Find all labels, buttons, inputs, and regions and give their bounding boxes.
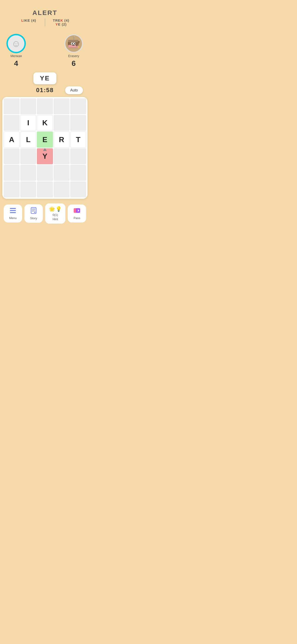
current-word-area: YE: [34, 72, 56, 84]
players-row: ☺ Мелкая 4: [0, 32, 90, 70]
right-score-trek: TREK (4): [53, 18, 69, 22]
cell-3-0: [4, 148, 20, 164]
cell-5-4: [70, 182, 86, 198]
story-icon: [30, 207, 37, 216]
cell-3-1: [20, 148, 36, 164]
right-player-score: 6: [72, 59, 76, 68]
cell-3-3: [54, 148, 70, 164]
left-scores: LIKE (4): [13, 18, 45, 26]
story-label: Story: [30, 216, 37, 220]
cell-0-0: [4, 98, 20, 114]
left-avatar: ☺: [7, 34, 25, 53]
pass-icon: [73, 207, 80, 215]
right-player: Erasery 6: [64, 34, 83, 68]
menu-button[interactable]: Menu: [4, 204, 22, 222]
left-player-name: Мелкая: [10, 54, 22, 58]
cell-2-1: L: [20, 132, 36, 148]
svg-point-6: [74, 43, 75, 44]
cell-0-3: [54, 98, 70, 114]
cell-0-1: [20, 98, 36, 114]
cell-0-2: [37, 98, 53, 114]
svg-rect-11: [10, 210, 16, 211]
svg-rect-10: [10, 208, 16, 209]
cell-4-0: [4, 165, 20, 181]
right-score-ye: YE (2): [56, 22, 67, 26]
cell-4-4: [70, 165, 86, 181]
cell-5-3: [54, 182, 70, 198]
cell-2-2: E: [37, 132, 53, 148]
arrow-up-icon: [43, 148, 47, 151]
lightbulb-icon: 💡: [56, 206, 62, 212]
svg-point-5: [72, 43, 73, 44]
game-grid: I K A L E R T Y: [4, 98, 86, 198]
bottom-nav: Menu Story 🌟 💡 0(1) Hint: [0, 201, 90, 228]
hint-label: Hint: [52, 218, 58, 221]
cell-1-4: [70, 115, 86, 131]
pass-label: Pass: [74, 216, 80, 220]
cell-4-2: [37, 165, 53, 181]
left-player: ☺ Мелкая 4: [7, 34, 25, 68]
right-scores: TREK (4) YE (2): [45, 18, 77, 26]
hint-count-label: 0(1): [52, 213, 58, 216]
hint-count: 0(1): [52, 213, 58, 216]
pass-button[interactable]: Pass: [68, 204, 86, 222]
svg-rect-13: [31, 208, 36, 214]
svg-rect-12: [10, 212, 16, 213]
svg-rect-1: [68, 40, 78, 42]
cell-2-0: A: [4, 132, 20, 148]
target-word: ALERT: [32, 9, 57, 16]
timer-display: 01:58: [36, 86, 54, 94]
left-score-like: LIKE (4): [21, 18, 36, 22]
cell-5-1: [20, 182, 36, 198]
cell-4-1: [20, 165, 36, 181]
menu-icon: [10, 207, 16, 215]
game-grid-container: I K A L E R T Y: [2, 97, 88, 199]
cell-2-4: T: [70, 132, 86, 148]
story-button[interactable]: Story: [24, 204, 43, 223]
cell-1-1: I: [20, 115, 36, 131]
cell-5-2: [37, 182, 53, 198]
right-player-name: Erasery: [68, 54, 79, 58]
cell-5-0: [4, 182, 20, 198]
sun-icon: 🌟: [49, 206, 55, 212]
cell-1-0: [4, 115, 20, 131]
menu-label: Menu: [9, 216, 17, 220]
left-player-score: 4: [14, 59, 18, 68]
top-area: ALERT LIKE (4) TREK (4) YE (2): [0, 0, 90, 30]
hint-icon-area: 🌟 💡: [49, 206, 62, 212]
scores-area: LIKE (4) TREK (4) YE (2): [13, 18, 77, 26]
cell-1-3: [54, 115, 70, 131]
hint-button[interactable]: 🌟 💡 0(1) Hint: [45, 204, 66, 224]
timer-row: 01:58 Auto: [0, 86, 90, 95]
cell-2-3: R: [54, 132, 70, 148]
cell-3-4: [70, 148, 86, 164]
auto-button[interactable]: Auto: [65, 86, 83, 94]
eraser-icon: [66, 36, 81, 51]
cell-4-3: [54, 165, 70, 181]
cell-0-4: [70, 98, 86, 114]
cell-1-2: K: [37, 115, 53, 131]
right-avatar: [64, 34, 83, 53]
word-bubble: YE: [34, 72, 56, 84]
